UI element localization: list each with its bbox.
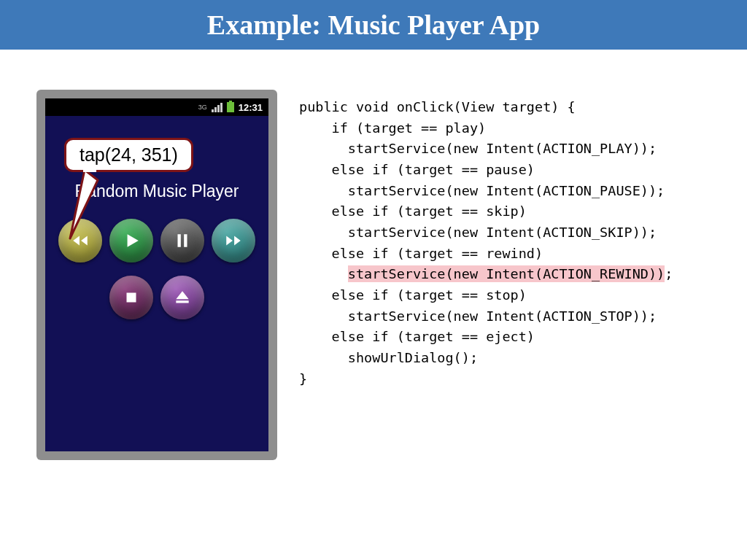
content-area: 3G 12:31 tap(24, 351) Random Music Playe… — [0, 50, 747, 460]
code-line: showUrlDialog(); — [299, 350, 478, 365]
pause-icon — [173, 231, 192, 250]
code-line-highlight: startService(new Intent(ACTION_REWIND)) — [348, 265, 665, 282]
code-line-indent — [299, 266, 348, 281]
code-block: public void onClick(View target) { if (t… — [299, 90, 673, 460]
callout-tail-icon — [63, 166, 107, 246]
code-line: startService(new Intent(ACTION_STOP)); — [299, 308, 657, 324]
code-line: else if (target == rewind) — [299, 246, 543, 261]
phone-frame: 3G 12:31 tap(24, 351) Random Music Playe… — [36, 90, 277, 460]
eject-button[interactable] — [160, 276, 204, 319]
eject-icon — [173, 288, 192, 307]
pause-button[interactable] — [160, 219, 204, 262]
signal-icon — [212, 103, 222, 112]
svg-rect-0 — [127, 293, 136, 303]
code-line: startService(new Intent(ACTION_SKIP)); — [299, 225, 657, 240]
code-line: public void onClick(View target) { — [299, 99, 576, 114]
code-line: else if (target == stop) — [299, 287, 527, 303]
code-line: else if (target == skip) — [299, 203, 527, 219]
stop-button[interactable] — [109, 276, 153, 319]
code-line: } — [299, 371, 307, 386]
skip-button[interactable] — [212, 219, 255, 262]
code-line: startService(new Intent(ACTION_PLAY)); — [299, 141, 657, 156]
play-icon — [122, 231, 141, 250]
tap-callout: tap(24, 351) — [64, 138, 193, 172]
code-line: else if (target == eject) — [299, 329, 535, 344]
status-clock: 12:31 — [239, 102, 263, 113]
battery-icon — [227, 102, 234, 112]
title-bar: Example: Music Player App — [0, 0, 747, 50]
controls-row-2 — [45, 276, 268, 319]
code-line: else if (target == pause) — [299, 162, 535, 177]
status-bar: 3G 12:31 — [45, 98, 268, 116]
network-icon: 3G — [198, 104, 207, 111]
skip-icon — [224, 231, 243, 250]
code-line: startService(new Intent(ACTION_PAUSE)); — [299, 183, 665, 198]
stop-icon — [122, 288, 141, 307]
code-line-tail: ; — [665, 266, 673, 281]
slide-title: Example: Music Player App — [207, 9, 540, 41]
code-line: if (target == play) — [299, 120, 486, 136]
phone-screen: 3G 12:31 tap(24, 351) Random Music Playe… — [45, 98, 268, 451]
play-button[interactable] — [109, 219, 153, 262]
